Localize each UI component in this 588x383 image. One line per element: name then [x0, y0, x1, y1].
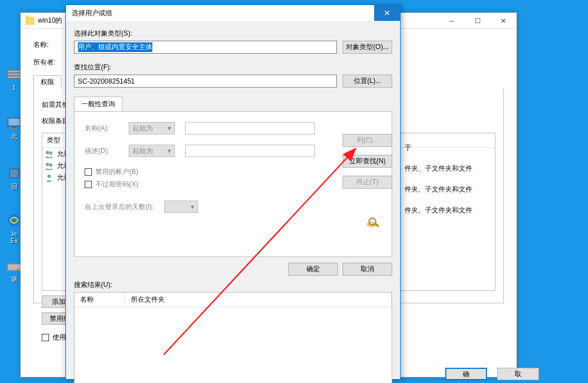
svg-rect-6: [12, 127, 16, 128]
svg-line-22: [375, 224, 379, 227]
svg-point-13: [17, 269, 19, 271]
svg-rect-2: [8, 73, 20, 75]
use-checkbox[interactable]: [42, 334, 49, 341]
days-select[interactable]: ▾: [164, 201, 198, 213]
maximize-button[interactable]: ☐: [464, 13, 490, 29]
name-input[interactable]: [185, 122, 315, 134]
q-name-label: 名称(A):: [85, 124, 119, 133]
find-now-button[interactable]: 立即查找(N): [343, 155, 392, 168]
svg-rect-3: [8, 76, 20, 78]
tab-common-query[interactable]: 一般性查询: [74, 97, 122, 111]
svg-rect-9: [10, 169, 18, 177]
search-icon: [365, 216, 383, 230]
dialog-close-button[interactable]: ✕: [374, 5, 400, 21]
location-label: 查找位置(F):: [74, 63, 392, 72]
columns-button[interactable]: 列(C)...: [343, 134, 392, 147]
name-match-select[interactable]: 起始为▾: [129, 122, 175, 134]
chevron-down-icon: ▾: [168, 147, 171, 155]
disabled-accounts-label: 禁用的帐户(B): [95, 167, 138, 177]
svg-rect-7: [10, 128, 18, 129]
results-label: 搜索结果(U):: [74, 280, 392, 290]
dialog-title: 选择用户或组: [72, 8, 112, 18]
non-expiring-pwd-label: 不过期密码(X): [95, 180, 138, 189]
svg-point-21: [370, 219, 375, 224]
select-user-dialog: 选择用户或组 ✕ 选择此对象类型(S): 用户、组或内置安全主体 对象类型(O)…: [65, 5, 401, 380]
tab-permissions[interactable]: 权限: [33, 75, 62, 89]
owner-label: 所有者:: [33, 58, 62, 67]
stop-button[interactable]: 停止(T): [343, 176, 392, 189]
svg-point-17: [49, 163, 52, 167]
bg-title: win10的: [38, 16, 62, 25]
svg-point-18: [47, 175, 51, 178]
folder-icon: [25, 17, 34, 25]
svg-point-14: [46, 151, 49, 154]
locations-button[interactable]: 位置(L)...: [343, 75, 392, 88]
user-icon: [45, 173, 54, 182]
location-field[interactable]: SC-202008251451: [74, 75, 337, 88]
svg-point-15: [49, 151, 52, 155]
minimize-button[interactable]: ─: [438, 13, 464, 29]
cancel-button[interactable]: 取消: [343, 263, 392, 276]
bg-ok-button[interactable]: 确: [445, 368, 487, 380]
svg-rect-5: [8, 119, 20, 125]
close-button[interactable]: ✕: [490, 13, 516, 29]
user-icon: [45, 162, 54, 171]
days-since-login-label: 自上次登录后的天数(I):: [85, 202, 154, 212]
non-expiring-pwd-checkbox[interactable]: [85, 181, 92, 188]
results-list[interactable]: 名称 所在文件夹: [74, 292, 392, 383]
bg-cancel-button[interactable]: 取: [497, 368, 539, 380]
dialog-titlebar[interactable]: 选择用户或组 ✕: [66, 5, 400, 21]
results-col-name[interactable]: 名称: [74, 293, 125, 307]
object-type-field[interactable]: 用户、组或内置安全主体: [74, 41, 337, 54]
q-desc-label: 描述(D):: [85, 146, 119, 156]
object-types-button[interactable]: 对象类型(O)...: [343, 41, 392, 54]
desc-input[interactable]: [185, 145, 315, 157]
svg-point-16: [46, 163, 49, 166]
ok-button[interactable]: 确定: [288, 263, 338, 276]
desc-match-select[interactable]: 起始为▾: [129, 145, 175, 157]
results-col-folder[interactable]: 所在文件夹: [125, 293, 392, 307]
chevron-down-icon: ▾: [168, 124, 171, 132]
chevron-down-icon: ▾: [191, 203, 194, 211]
name-label: 名称:: [33, 40, 62, 50]
disabled-accounts-checkbox[interactable]: [85, 168, 92, 176]
svg-rect-1: [8, 71, 20, 72]
object-type-label: 选择此对象类型(S):: [74, 29, 392, 38]
applies-to-column: 于 件夹、子文件夹和文件 件夹、子文件夹和文件 件夹、子文件夹和文件: [405, 143, 472, 227]
user-icon: [45, 150, 54, 159]
